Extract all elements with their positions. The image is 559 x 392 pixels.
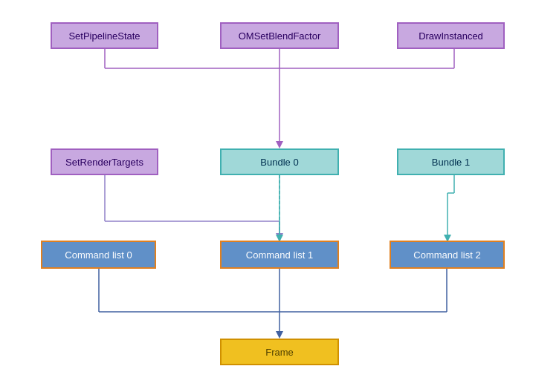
om-set-blend-factor-node: OMSetBlendFactor — [220, 22, 339, 49]
svg-marker-5 — [276, 141, 283, 148]
bundle-0-node: Bundle 0 — [220, 148, 339, 175]
command-list-0-node: Command list 0 — [41, 241, 156, 269]
set-pipeline-state-node: SetPipelineState — [51, 22, 158, 49]
set-render-targets-node: SetRenderTargets — [51, 148, 158, 175]
diagram-container: SetPipelineState OMSetBlendFactor DrawIn… — [0, 0, 559, 392]
command-list-2-node: Command list 2 — [390, 241, 505, 269]
svg-marker-23 — [276, 331, 283, 339]
arrows-svg — [0, 0, 559, 392]
draw-instanced-node: DrawInstanced — [397, 22, 505, 49]
command-list-1-node: Command list 1 — [220, 241, 339, 269]
svg-marker-9 — [276, 233, 283, 241]
bundle-1-node: Bundle 1 — [397, 148, 505, 175]
frame-node: Frame — [220, 339, 339, 365]
